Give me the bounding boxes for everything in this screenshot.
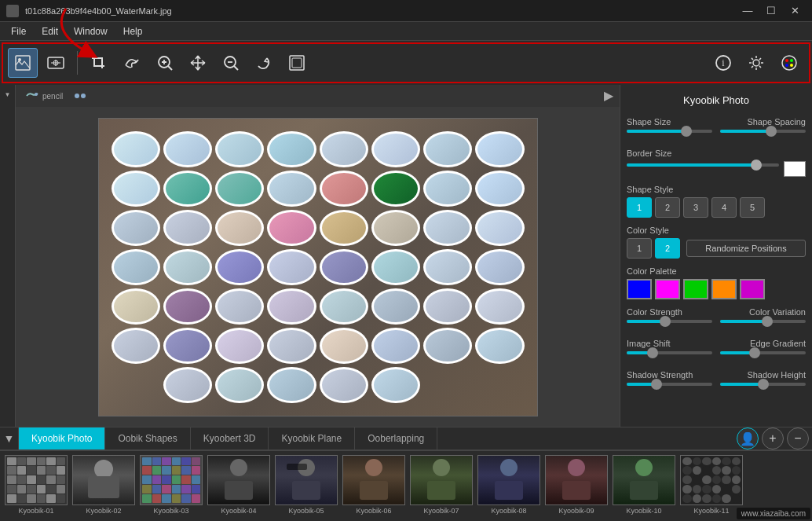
thumb-kyoobik-04[interactable]: Kyoobik-04 bbox=[206, 455, 272, 518]
circle bbox=[215, 131, 264, 167]
canvas-nav-forward[interactable]: ▶ bbox=[604, 88, 613, 103]
tab-kyoobert-3d[interactable]: Kyoobert 3D bbox=[191, 427, 269, 450]
shape-style-2[interactable]: 2 bbox=[655, 197, 680, 218]
minimize-button[interactable]: — bbox=[737, 3, 759, 19]
titlebar-controls[interactable]: — ☐ ✕ bbox=[737, 3, 806, 19]
thumbnail-strip: Kyoobik-01 Kyoobik-02 Kyoobik-03 Kyoobik… bbox=[0, 450, 812, 521]
circle bbox=[112, 210, 160, 246]
app-icon bbox=[6, 5, 19, 17]
collapse-btn[interactable]: ▼ bbox=[2, 88, 14, 101]
circle bbox=[371, 367, 420, 403]
shape-size-label: Shape Size bbox=[627, 117, 671, 127]
palette-purple[interactable] bbox=[740, 279, 765, 299]
thumb-label-08: Kyoobik-08 bbox=[491, 507, 526, 515]
circle bbox=[320, 328, 368, 364]
thumb-kyoobik-11[interactable]: Kyoobik-11 bbox=[678, 455, 744, 518]
tab-oobik-shapes[interactable]: Oobik Shapes bbox=[105, 427, 190, 450]
randomize-button[interactable]: Randomize Positions bbox=[686, 240, 806, 257]
circle bbox=[475, 171, 524, 207]
menu-help[interactable]: Help bbox=[115, 24, 151, 39]
shape-style-3[interactable]: 3 bbox=[683, 197, 708, 218]
circle bbox=[163, 249, 212, 285]
edge-gradient-slider[interactable] bbox=[720, 351, 806, 362]
thumb-kyoobik-02[interactable]: Kyoobik-02 bbox=[71, 455, 137, 518]
redo-button[interactable] bbox=[249, 48, 279, 78]
palette-orange[interactable] bbox=[711, 279, 737, 299]
circle bbox=[475, 249, 524, 285]
svg-rect-9 bbox=[292, 58, 302, 68]
thumb-kyoobik-03[interactable]: Kyoobik-03 bbox=[138, 455, 204, 518]
color-style-row: 1 2 Randomize Positions bbox=[627, 238, 806, 259]
svg-point-14 bbox=[785, 59, 788, 62]
border-size-slider[interactable] bbox=[627, 163, 779, 174]
menu-edit[interactable]: Edit bbox=[34, 24, 66, 39]
thumb-label-06: Kyoobik-06 bbox=[356, 507, 391, 515]
color-style-2[interactable]: 2 bbox=[655, 238, 680, 259]
color-palette-button[interactable] bbox=[774, 48, 804, 78]
svg-point-16 bbox=[785, 64, 788, 67]
circle bbox=[423, 131, 472, 167]
bird-tool-button[interactable] bbox=[117, 48, 147, 78]
shape-style-1[interactable]: 1 bbox=[627, 197, 652, 218]
shape-size-slider[interactable] bbox=[627, 130, 712, 141]
crop-tool-button[interactable] bbox=[84, 48, 114, 78]
watermark: www.xiazaiba.com bbox=[737, 508, 810, 519]
palette-magenta[interactable] bbox=[655, 279, 680, 299]
move-tool-button[interactable] bbox=[183, 48, 213, 78]
thumb-kyoobik-06[interactable]: Kyoobik-06 bbox=[341, 455, 407, 518]
shape-style-label: Shape Style bbox=[627, 185, 806, 194]
canvas-nav-dots[interactable] bbox=[71, 90, 91, 102]
circle bbox=[267, 171, 316, 207]
watermark-tool-button[interactable] bbox=[41, 48, 71, 78]
tab-kyoobik-plane[interactable]: Kyoobik Plane bbox=[269, 427, 355, 450]
left-sidebar: ▼ bbox=[0, 85, 16, 427]
image-tool-button[interactable] bbox=[8, 48, 38, 78]
palette-blue[interactable] bbox=[627, 279, 652, 299]
svg-line-5 bbox=[168, 66, 172, 70]
circle bbox=[371, 288, 420, 325]
thumb-kyoobik-09[interactable]: Kyoobik-09 bbox=[543, 455, 609, 518]
thumb-kyoobik-01[interactable]: Kyoobik-01 bbox=[3, 455, 69, 518]
circle bbox=[267, 328, 316, 364]
zoom-out-button[interactable] bbox=[216, 48, 246, 78]
svg-point-12 bbox=[753, 60, 759, 66]
thumb-kyoobik-08[interactable]: Kyoobik-08 bbox=[476, 455, 542, 518]
palette-green[interactable] bbox=[683, 279, 708, 299]
tab-remove-button[interactable]: − bbox=[787, 427, 809, 449]
thumb-kyoobik-05[interactable]: Kyoobik-05 bbox=[273, 455, 339, 518]
color-style-1[interactable]: 1 bbox=[627, 238, 652, 259]
zoom-in-button[interactable] bbox=[150, 48, 180, 78]
canvas-nav-brush[interactable]: pencil bbox=[22, 90, 66, 102]
shadow-height-slider[interactable] bbox=[720, 383, 806, 394]
shape-spacing-slider[interactable] bbox=[720, 130, 806, 141]
maximize-button[interactable]: ☐ bbox=[760, 3, 782, 19]
settings-button[interactable] bbox=[741, 48, 771, 78]
tab-kyoobik-photo[interactable]: Kyoobik Photo bbox=[19, 427, 105, 450]
canvas-area: pencil ▶ bbox=[16, 85, 620, 427]
thumb-label-11: Kyoobik-11 bbox=[693, 507, 729, 515]
svg-point-20 bbox=[81, 94, 86, 98]
svg-text:i: i bbox=[722, 57, 725, 68]
thumb-kyoobik-07[interactable]: Kyoobik-07 bbox=[408, 455, 474, 518]
close-button[interactable]: ✕ bbox=[784, 3, 806, 19]
menu-file[interactable]: File bbox=[3, 24, 34, 39]
shadow-strength-slider[interactable] bbox=[627, 383, 712, 394]
info-button[interactable]: i bbox=[708, 48, 738, 78]
tabs-collapse[interactable]: ▼ bbox=[0, 427, 19, 450]
color-variation-slider[interactable] bbox=[720, 320, 806, 331]
shape-style-4[interactable]: 4 bbox=[711, 197, 737, 218]
thumb-label-05: Kyoobik-05 bbox=[288, 507, 324, 515]
color-strength-slider[interactable] bbox=[627, 320, 712, 331]
thumb-kyoobik-10[interactable]: Kyoobik-10 bbox=[611, 455, 677, 518]
toolbar: i bbox=[2, 42, 810, 83]
color-palette-label: Color Palette bbox=[627, 266, 806, 276]
image-shift-slider[interactable] bbox=[627, 351, 712, 362]
menu-window[interactable]: Window bbox=[66, 24, 115, 39]
tab-person-icon[interactable]: 👤 bbox=[737, 427, 759, 449]
color-strength-label: Color Strength bbox=[627, 307, 682, 317]
frame-tool-button[interactable] bbox=[282, 48, 312, 78]
tab-ooberlapping[interactable]: Ooberlapping bbox=[355, 427, 437, 450]
shape-style-5[interactable]: 5 bbox=[740, 197, 765, 218]
border-color-swatch[interactable] bbox=[784, 161, 806, 177]
tab-add-button[interactable]: + bbox=[762, 427, 784, 449]
